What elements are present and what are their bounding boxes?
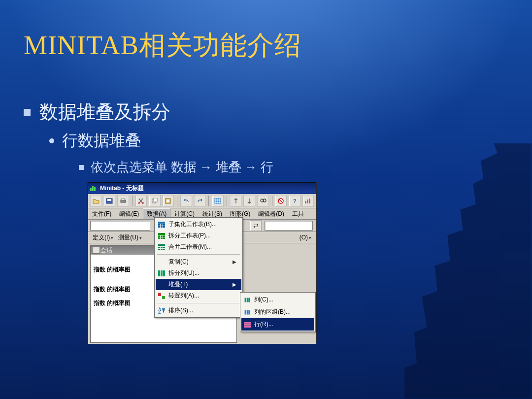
arrow-down-button[interactable] bbox=[243, 195, 255, 207]
swap-button[interactable]: ⇄ bbox=[250, 220, 262, 231]
subset-icon bbox=[158, 221, 166, 229]
svg-rect-9 bbox=[166, 200, 169, 202]
submenu-item-column-blocks[interactable]: 列的区组(B)... bbox=[241, 306, 314, 318]
name-box[interactable] bbox=[90, 221, 150, 231]
arrow-icon: → bbox=[244, 160, 257, 174]
svg-text:?: ? bbox=[293, 198, 297, 204]
bullet1-text: 数据堆叠及拆分 bbox=[39, 100, 170, 125]
column-blocks-icon bbox=[243, 308, 251, 316]
bullet2-text: 行数据堆叠 bbox=[62, 130, 141, 152]
submenu-item-rows[interactable]: 行(R)... bbox=[241, 318, 314, 331]
svg-rect-16 bbox=[307, 200, 308, 203]
bullet-level-2: 行数据堆叠 bbox=[49, 130, 141, 152]
svg-rect-19 bbox=[244, 324, 251, 326]
menu-tools[interactable]: 工具 bbox=[288, 208, 308, 219]
menuitem-sort[interactable]: 排序(S)... bbox=[156, 305, 241, 316]
merge-worksheet-icon bbox=[158, 243, 166, 251]
blank-icon bbox=[158, 258, 166, 266]
menuitem-merge-worksheet[interactable]: 合并工作表(M)... bbox=[156, 241, 241, 253]
menu-edit[interactable]: 编辑(E) bbox=[115, 208, 143, 219]
blank-icon bbox=[158, 281, 166, 289]
window-title: Minitab - 无标题 bbox=[100, 184, 144, 193]
menuitem-split-worksheet[interactable]: 拆分工作表(P)... bbox=[156, 230, 241, 241]
menu-separator bbox=[157, 254, 240, 255]
value-box[interactable] bbox=[265, 221, 313, 231]
redo-button[interactable] bbox=[194, 195, 206, 207]
stop-button[interactable] bbox=[275, 195, 287, 207]
worksheet-button[interactable] bbox=[212, 195, 224, 207]
menuitem-copy[interactable]: 复制(C) ▶ bbox=[156, 256, 241, 267]
slide-title: MINITAB相关功能介绍 bbox=[24, 28, 301, 64]
session-title-text: 会话 bbox=[100, 246, 112, 255]
open-button[interactable] bbox=[90, 195, 102, 207]
menu-file[interactable]: 文件(F) bbox=[88, 208, 115, 219]
svg-rect-20 bbox=[244, 326, 251, 328]
menuitem-subset-worksheet[interactable]: 子集化工作表(B)... bbox=[156, 219, 241, 230]
square-bullet-icon bbox=[24, 109, 31, 116]
menuitem-label: 拆分列(U)... bbox=[168, 269, 200, 277]
menu-editor[interactable]: 编辑器(D) bbox=[254, 208, 288, 219]
bullet-level-1: 数据堆叠及拆分 bbox=[24, 100, 170, 125]
save-button[interactable] bbox=[104, 195, 116, 207]
stack-submenu: 列(C)... 列的区组(B)... 行(R)... bbox=[240, 292, 316, 332]
sort-icon bbox=[158, 307, 166, 315]
menuitem-label: 拆分工作表(P)... bbox=[168, 232, 211, 240]
bullet3-suffix: 行 bbox=[257, 160, 273, 174]
copy-button[interactable] bbox=[149, 195, 161, 207]
submenu-item-columns[interactable]: 列(C)... bbox=[241, 294, 314, 306]
square-bullet-small-icon bbox=[79, 165, 84, 170]
split-worksheet-icon bbox=[158, 232, 166, 240]
paste-button[interactable] bbox=[163, 195, 174, 207]
submenu-arrow-icon: ▶ bbox=[233, 282, 236, 287]
dot-bullet-icon bbox=[49, 138, 54, 143]
menuitem-label: 堆叠(T) bbox=[168, 280, 188, 289]
titlebar[interactable]: Minitab - 无标题 bbox=[88, 183, 316, 194]
menu-separator bbox=[157, 303, 240, 303]
menuitem-stack[interactable]: 堆叠(T) ▶ bbox=[156, 279, 241, 290]
submenu-label: 列(C)... bbox=[254, 296, 273, 304]
menuitem-split-column[interactable]: 拆分列(U)... bbox=[156, 267, 241, 279]
svg-rect-3 bbox=[122, 199, 125, 200]
svg-rect-17 bbox=[309, 199, 310, 203]
background-silhouette bbox=[404, 143, 532, 399]
find-button[interactable] bbox=[257, 195, 269, 207]
columns-icon bbox=[243, 296, 251, 304]
toolbar-separator bbox=[177, 196, 177, 206]
svg-rect-10 bbox=[215, 199, 221, 203]
rows-icon bbox=[243, 321, 251, 329]
define-dropdown[interactable]: 定义(I)▾ bbox=[90, 232, 116, 243]
svg-rect-1 bbox=[107, 199, 111, 201]
minitab-window: Minitab - 无标题 ? 文件(F) 编辑(E) bbox=[88, 182, 316, 342]
session-icon bbox=[92, 247, 100, 254]
submenu-label: 行(R)... bbox=[254, 320, 273, 329]
split-column-icon bbox=[158, 269, 166, 277]
bullet-level-3: 依次点选菜单 数据 → 堆叠 → 行 bbox=[79, 159, 273, 176]
submenu-arrow-icon: ▶ bbox=[233, 259, 236, 265]
help-button[interactable]: ? bbox=[289, 195, 300, 207]
toolbar-separator bbox=[208, 196, 209, 206]
svg-rect-18 bbox=[244, 322, 251, 324]
submenu-label: 列的区组(B)... bbox=[254, 308, 291, 316]
toolbar: ? bbox=[88, 194, 316, 208]
bullet3-text: 依次点选菜单 数据 → 堆叠 → 行 bbox=[91, 159, 273, 176]
menuitem-label: 复制(C) bbox=[168, 258, 189, 266]
svg-rect-15 bbox=[305, 201, 306, 203]
toolbar-separator bbox=[132, 196, 133, 206]
measure-dropdown[interactable]: 测量(U)▾ bbox=[116, 232, 144, 243]
transpose-icon bbox=[158, 292, 166, 300]
cut-button[interactable] bbox=[135, 195, 147, 207]
slide: MINITAB相关功能介绍 数据堆叠及拆分 行数据堆叠 依次点选菜单 数据 → … bbox=[0, 0, 532, 399]
menuitem-label: 转置列(A)... bbox=[168, 292, 199, 300]
bullet3-mid: 堆叠 bbox=[212, 160, 244, 174]
arrow-icon: → bbox=[200, 160, 212, 174]
extra-dropdown[interactable]: (O)▾ bbox=[297, 233, 314, 242]
menuitem-label: 排序(S)... bbox=[168, 306, 193, 315]
menuitem-transpose[interactable]: 转置列(A)... bbox=[156, 290, 241, 301]
bullet3-prefix: 依次点选菜单 数据 bbox=[91, 160, 200, 174]
print-button[interactable] bbox=[117, 195, 129, 207]
undo-button[interactable] bbox=[180, 195, 192, 207]
chart-button[interactable] bbox=[302, 195, 314, 207]
arrow-up-button[interactable] bbox=[230, 195, 242, 207]
toolbar-separator bbox=[272, 196, 272, 206]
minitab-app-icon bbox=[90, 185, 97, 191]
